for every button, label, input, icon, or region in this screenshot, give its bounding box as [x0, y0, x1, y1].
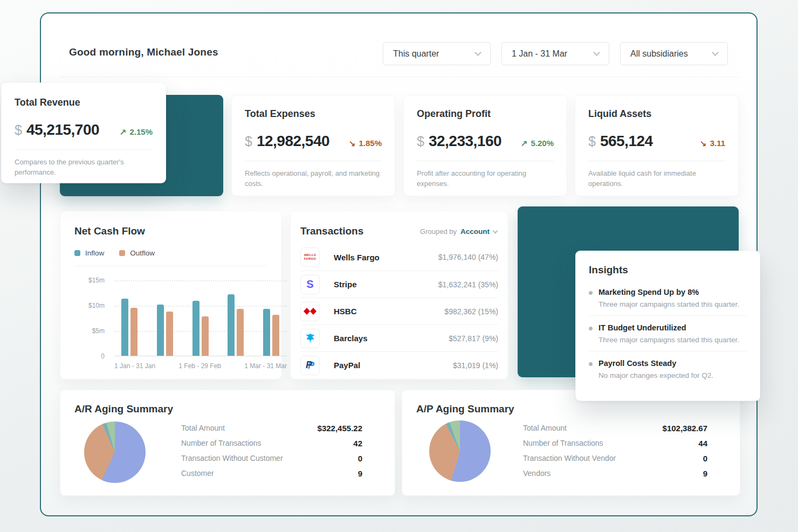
cash-flow-plot — [114, 280, 287, 356]
net-cash-flow-card: Net Cash Flow InflowOutflow $15m$10m$5m0… — [60, 211, 282, 379]
legend-swatch-icon — [74, 250, 80, 256]
kpi-value: 12,982,540 — [257, 133, 329, 150]
barclays-logo-icon — [300, 329, 320, 348]
cash-flow-y-axis: $15m$10m$5m0 — [74, 280, 105, 356]
stat-row: Customer 9 — [181, 466, 362, 481]
currency-symbol: $ — [588, 134, 596, 149]
kpi-description: Available liquid cash for immediate oper… — [588, 169, 725, 189]
transaction-row[interactable]: WELLS FARGO Wells Fargo $1,976,140 (47%) — [300, 244, 498, 271]
transaction-row[interactable]: HSBC $982,362 (15%) — [300, 298, 498, 324]
insights-card: Insights Marketing Spend Up by 8% Three … — [575, 251, 760, 401]
stat-label: Transaction Without Customer — [181, 454, 283, 462]
divider — [245, 161, 382, 161]
transaction-name: Barclays — [334, 334, 368, 343]
cash-flow-bars — [114, 280, 287, 356]
insight-description: No major changes expected for Q2. — [598, 371, 713, 379]
outflow-bar — [166, 312, 173, 356]
transaction-row[interactable]: S Stripe $1,632,241 (35%) — [300, 271, 498, 298]
stat-label: Total Amount — [523, 424, 567, 432]
kpi-delta-value: 1.85% — [359, 139, 382, 148]
insight-title: Marketing Spend Up by 8% — [598, 288, 739, 296]
section-title: Insights — [589, 264, 747, 276]
grouped-by-value: Account — [460, 227, 490, 236]
transaction-name: Wells Fargo — [334, 253, 380, 262]
filter-label: All subsidiaries — [630, 49, 688, 59]
outflow-bar — [237, 309, 244, 356]
insight-title: Payroll Costs Steady — [598, 359, 713, 368]
bar-group — [157, 305, 173, 356]
stripe-logo-icon: S — [300, 275, 320, 294]
divider — [417, 161, 554, 161]
y-axis-tick: 0 — [101, 353, 105, 360]
transaction-name: Stripe — [334, 280, 357, 289]
trend-up-icon: ↗ — [521, 139, 528, 148]
inflow-bar — [192, 301, 200, 356]
kpi-value: 32,233,160 — [429, 133, 501, 150]
grouped-by-dropdown[interactable]: Grouped by Account — [420, 227, 497, 236]
ap-aging-summary-card: A/P Aging Summary Total Amount $102,382.… — [402, 390, 740, 496]
kpi-value: 45,215,700 — [26, 121, 99, 139]
bar-group — [121, 299, 137, 356]
section-title: A/P Aging Summary — [416, 403, 740, 415]
x-axis-label: 1 Jan - 31 Jan — [114, 362, 155, 370]
kpi-title: Total Revenue — [15, 97, 153, 108]
y-axis-tick: $10m — [88, 302, 105, 309]
filter-label: 1 Jan - 31 Mar — [512, 49, 567, 59]
legend-label: Inflow — [85, 249, 104, 257]
wells-fargo-logo-icon: WELLS FARGO — [300, 247, 320, 267]
stat-row: Transaction Without Customer 0 — [181, 451, 362, 466]
currency-symbol: $ — [15, 122, 22, 138]
transaction-row[interactable]: P P PayPal $31,019 (1%) — [300, 351, 498, 378]
bullet-dot-icon — [589, 327, 593, 330]
divider — [74, 266, 267, 266]
y-axis-tick: $5m — [92, 327, 105, 335]
filter-label: This quarter — [393, 49, 439, 59]
stat-row: Number of Transactions 44 — [523, 436, 707, 451]
bar-group — [263, 309, 279, 356]
stat-row: Number of Transactions 42 — [181, 436, 362, 451]
transaction-name: PayPal — [334, 361, 360, 370]
insight-item: IT Budget Underutilized Three major camp… — [589, 315, 747, 351]
filter-dropdown-date-range[interactable]: 1 Jan - 31 Mar — [501, 42, 609, 65]
section-title: Transactions — [300, 225, 363, 237]
stat-value: 9 — [703, 469, 707, 478]
chevron-down-icon — [474, 49, 481, 56]
hsbc-logo-icon — [300, 302, 320, 321]
transaction-row[interactable]: Barclays $527,817 (9%) — [300, 324, 498, 351]
stat-label: Number of Transactions — [523, 439, 603, 447]
filter-dropdown-subsidiaries[interactable]: All subsidiaries — [620, 42, 728, 65]
chevron-down-icon — [493, 228, 498, 233]
kpi-delta-value: 5.20% — [531, 139, 554, 148]
kpi-description: Profit after accounting for operating ex… — [417, 169, 554, 189]
cash-flow-legend: InflowOutflow — [74, 249, 267, 257]
section-title: A/R Aging Summary — [74, 403, 395, 415]
ar-aging-pie-chart — [84, 422, 146, 483]
stat-value: 44 — [698, 439, 707, 448]
kpi-description: Compares to the previous quarter's perfo… — [15, 157, 153, 178]
trend-down-icon: ↘ — [700, 139, 707, 148]
stat-label: Number of Transactions — [181, 439, 262, 447]
kpi-description: Reflects operational, payroll, and marke… — [245, 169, 382, 189]
stat-value: 9 — [358, 469, 362, 478]
paypal-logo-icon: P P — [300, 356, 320, 375]
inflow-bar — [228, 294, 235, 356]
stat-label: Transaction Without Vendor — [523, 454, 616, 462]
insight-description: Three major campaigns started this quart… — [598, 336, 739, 344]
trend-down-icon: ↘ — [349, 139, 356, 148]
kpi-title: Total Expenses — [245, 108, 382, 120]
insight-item: Payroll Costs Steady No major changes ex… — [589, 351, 747, 386]
transaction-amount: $982,362 (15%) — [444, 307, 498, 316]
legend-item-outflow: Outflow — [119, 249, 155, 257]
insight-description: Three major campaigns started this quart… — [598, 300, 739, 308]
bar-group — [228, 294, 244, 356]
section-title: Net Cash Flow — [74, 225, 267, 237]
chevron-down-icon — [593, 49, 600, 56]
transaction-amount: $1,976,140 (47%) — [438, 253, 498, 261]
ap-aging-pie-chart — [429, 420, 491, 482]
page: Good morning, Michael Jones This quarter… — [0, 0, 798, 532]
cash-flow-chart: $15m$10m$5m0 1 Jan - 31 Jan1 Feb - 29 Fe… — [74, 280, 267, 377]
filter-dropdown-period[interactable]: This quarter — [383, 42, 491, 65]
page-title: Good morning, Michael Jones — [69, 46, 218, 58]
kpi-delta-value: 2.15% — [129, 127, 153, 136]
x-axis-label: 1 Feb - 29 Feb — [178, 362, 221, 370]
